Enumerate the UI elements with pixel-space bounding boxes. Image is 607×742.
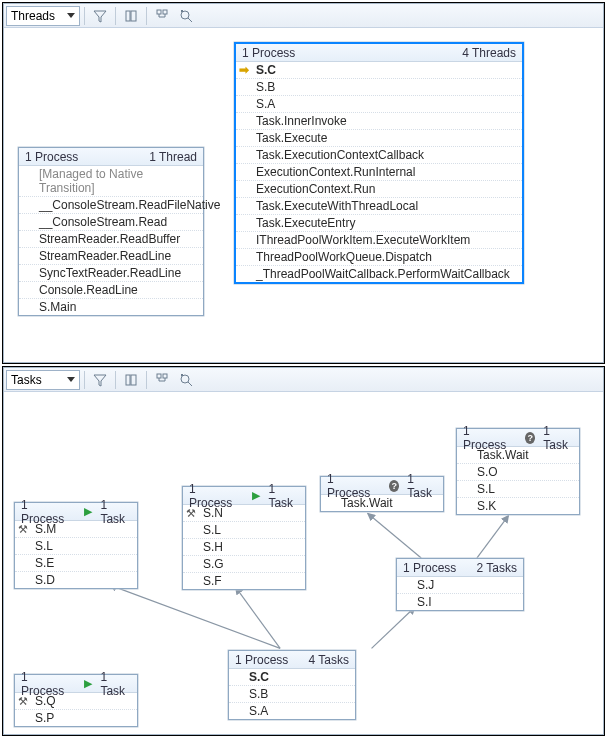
threads-toolbar: Threads xyxy=(4,4,603,28)
stack-frame-row[interactable]: ThreadPoolWorkQueue.Dispatch xyxy=(236,249,522,266)
play-icon: ▶ xyxy=(84,505,92,518)
expand-icon[interactable] xyxy=(120,370,142,390)
zoom-icon[interactable] xyxy=(175,6,197,26)
task-node[interactable]: 1 Process ? 1 Task Task.WaitS.OS.LS.K xyxy=(456,428,580,515)
stack-frame-row[interactable]: StreamReader.ReadLine xyxy=(19,248,203,265)
task-node[interactable]: 1 Process ▶ 1 Task ⚒S.QS.P xyxy=(14,674,138,727)
separator xyxy=(146,7,147,25)
dropdown-arrow-icon xyxy=(67,13,75,18)
stack-frame-row[interactable]: S.J xyxy=(397,577,523,594)
node-header: 1 Process 4 Tasks xyxy=(229,651,355,669)
frame-text: Task.Execute xyxy=(256,131,327,145)
thread-node[interactable]: 1 Process 4 Threads ➡S.CS.BS.ATask.Inner… xyxy=(234,42,524,284)
stack-frame-row[interactable]: ExecutionContext.Run xyxy=(236,181,522,198)
stack-frame-row[interactable]: Task.ExecutionContextCallback xyxy=(236,147,522,164)
crossed-threads-icon: ⚒ xyxy=(18,523,28,536)
frame-text: S.O xyxy=(477,465,498,479)
stack-frame-row[interactable]: IThreadPoolWorkItem.ExecuteWorkItem xyxy=(236,232,522,249)
stack-frame-row[interactable]: S.B xyxy=(229,686,355,703)
thread-node-body-1: [Managed to Native Transition]__ConsoleS… xyxy=(19,166,203,315)
layout-icon[interactable] xyxy=(151,370,173,390)
node-header: 1 Process 4 Threads xyxy=(236,44,522,62)
stack-frame-row[interactable]: ⚒S.M xyxy=(15,521,137,538)
frame-text: S.B xyxy=(256,80,275,94)
view-selector[interactable]: Threads xyxy=(6,6,80,26)
task-count: 2 Tasks xyxy=(477,561,517,575)
stack-frame-row[interactable]: S.A xyxy=(236,96,522,113)
stack-frame-row[interactable]: Task.Wait xyxy=(457,447,579,464)
stack-frame-row[interactable]: Task.Wait xyxy=(321,495,443,511)
stack-frame-row[interactable]: S.B xyxy=(236,79,522,96)
separator xyxy=(84,371,85,389)
stack-frame-row[interactable]: S.A xyxy=(229,703,355,719)
stack-frame-row[interactable]: S.P xyxy=(15,710,137,726)
stack-frame-row[interactable]: S.L xyxy=(15,538,137,555)
stack-frame-row[interactable]: S.C xyxy=(229,669,355,686)
stack-frame-row[interactable]: Task.InnerInvoke xyxy=(236,113,522,130)
stack-frame-row[interactable]: Task.ExecuteWithThreadLocal xyxy=(236,198,522,215)
frame-text: S.Main xyxy=(39,300,76,314)
task-node[interactable]: 1 Process ▶ 1 Task ⚒S.NS.LS.HS.GS.F xyxy=(182,486,306,590)
stack-frame-row[interactable]: __ConsoleStream.Read xyxy=(19,214,203,231)
frame-text: [Managed to Native Transition] xyxy=(39,167,143,195)
task-node[interactable]: 1 Process ? 1 Task Task.Wait xyxy=(320,476,444,512)
stack-frame-row[interactable]: S.H xyxy=(183,539,305,556)
frame-text: ExecutionContext.RunInternal xyxy=(256,165,415,179)
svg-rect-3 xyxy=(163,10,167,14)
thread-count: 1 Thread xyxy=(149,150,197,164)
svg-rect-2 xyxy=(157,10,161,14)
stack-frame-row[interactable]: S.D xyxy=(15,572,137,588)
task-node[interactable]: 1 Process ▶ 1 Task ⚒S.MS.LS.ES.D xyxy=(14,502,138,589)
stack-frame-row[interactable]: S.L xyxy=(457,481,579,498)
task-node[interactable]: 1 Process 2 Tasks S.JS.I xyxy=(396,558,524,611)
frame-text: Task.Wait xyxy=(477,448,529,462)
stack-frame-row[interactable]: ➡S.C xyxy=(236,62,522,79)
thread-node-body-2: ➡S.CS.BS.ATask.InnerInvokeTask.ExecuteTa… xyxy=(236,62,522,282)
tasks-panel: Tasks 1 Process ▶ 1 Task xyxy=(3,367,604,735)
frame-text: S.L xyxy=(477,482,495,496)
view-selector[interactable]: Tasks xyxy=(6,370,80,390)
stack-frame-row[interactable]: Task.ExecuteEntry xyxy=(236,215,522,232)
stack-frame-row[interactable]: [Managed to Native Transition] xyxy=(19,166,203,197)
stack-frame-row[interactable]: Console.ReadLine xyxy=(19,282,203,299)
frame-text: S.N xyxy=(203,506,223,520)
stack-frame-row[interactable]: Task.Execute xyxy=(236,130,522,147)
filter-icon[interactable] xyxy=(89,370,111,390)
separator xyxy=(84,7,85,25)
layout-icon[interactable] xyxy=(151,6,173,26)
stack-frame-row[interactable]: S.L xyxy=(183,522,305,539)
stack-frame-row[interactable]: S.O xyxy=(457,464,579,481)
node-header: 1 Process ▶ 1 Task xyxy=(15,675,137,693)
svg-rect-0 xyxy=(126,11,130,21)
frame-text: S.A xyxy=(249,704,268,718)
stack-frame-row[interactable]: S.G xyxy=(183,556,305,573)
frame-text: S.C xyxy=(256,63,276,77)
stack-frame-row[interactable]: _ThreadPoolWaitCallback.PerformWaitCallb… xyxy=(236,266,522,282)
stack-frame-row[interactable]: S.F xyxy=(183,573,305,589)
dropdown-arrow-icon xyxy=(67,377,75,382)
process-count: 1 Process xyxy=(403,561,456,575)
stack-frame-row[interactable]: __ConsoleStream.ReadFileNative xyxy=(19,197,203,214)
filter-icon[interactable] xyxy=(89,6,111,26)
stack-frame-row[interactable]: ⚒S.Q xyxy=(15,693,137,710)
stack-frame-row[interactable]: StreamReader.ReadBuffer xyxy=(19,231,203,248)
stack-frame-row[interactable]: ⚒S.N xyxy=(183,505,305,522)
frame-text: ThreadPoolWorkQueue.Dispatch xyxy=(256,250,432,264)
stack-frame-row[interactable]: S.I xyxy=(397,594,523,610)
stack-frame-row[interactable]: S.Main xyxy=(19,299,203,315)
task-node[interactable]: 1 Process 4 Tasks S.CS.BS.A xyxy=(228,650,356,720)
stack-frame-row[interactable]: S.E xyxy=(15,555,137,572)
view-label: Threads xyxy=(11,9,55,23)
svg-rect-5 xyxy=(126,375,130,385)
task-count: 4 Tasks xyxy=(309,653,349,667)
node-header: 1 Process 1 Thread xyxy=(19,148,203,166)
frame-text: S.J xyxy=(417,578,434,592)
frame-text: Console.ReadLine xyxy=(39,283,138,297)
stack-frame-row[interactable]: S.K xyxy=(457,498,579,514)
stack-frame-row[interactable]: SyncTextReader.ReadLine xyxy=(19,265,203,282)
stack-frame-row[interactable]: ExecutionContext.RunInternal xyxy=(236,164,522,181)
zoom-icon[interactable] xyxy=(175,370,197,390)
expand-icon[interactable] xyxy=(120,6,142,26)
frame-text: Task.ExecuteEntry xyxy=(256,216,355,230)
thread-node[interactable]: 1 Process 1 Thread [Managed to Native Tr… xyxy=(18,147,204,316)
